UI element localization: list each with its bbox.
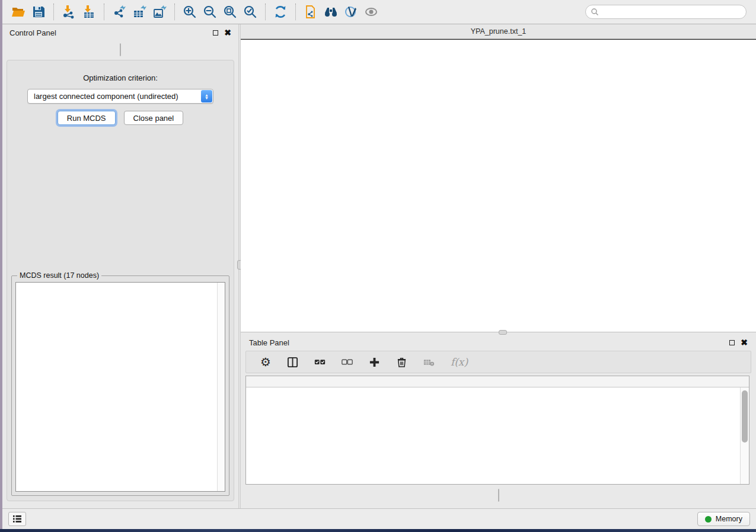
status-bar: Memory bbox=[2, 508, 756, 529]
toolbar-separator bbox=[104, 4, 104, 20]
unselect-all-columns-icon[interactable] bbox=[342, 357, 353, 368]
network-window-title: YPA_prune.txt_1 bbox=[241, 27, 756, 36]
search-input[interactable] bbox=[599, 6, 741, 18]
export-table-icon[interactable] bbox=[129, 3, 149, 21]
select-all-columns-icon[interactable] bbox=[314, 357, 326, 368]
float-panel-icon[interactable] bbox=[729, 340, 735, 345]
search-icon bbox=[591, 8, 599, 16]
criterion-dropdown[interactable]: largest connected component (undirected)… bbox=[27, 89, 213, 104]
table-toolbar: ⚙ f(x) bbox=[245, 351, 751, 373]
splitter-handle[interactable] bbox=[499, 330, 507, 335]
save-icon[interactable] bbox=[28, 3, 49, 21]
toolbar-separator bbox=[265, 4, 266, 20]
zoom-in-icon[interactable] bbox=[180, 3, 200, 21]
control-panel-title: Control Panel bbox=[9, 28, 56, 37]
zoom-out-icon[interactable] bbox=[200, 3, 220, 21]
main-toolbar bbox=[2, 0, 756, 24]
list-icon bbox=[12, 515, 22, 523]
horizontal-splitter[interactable] bbox=[241, 332, 756, 335]
import-table-icon[interactable] bbox=[79, 3, 99, 21]
memory-button[interactable]: Memory bbox=[697, 512, 750, 526]
control-panel: Control Panel ✖ Optimization criterion: … bbox=[2, 24, 238, 508]
open-file-icon[interactable] bbox=[8, 3, 28, 21]
list-scrollbar[interactable] bbox=[217, 283, 225, 491]
vizmapper-icon[interactable] bbox=[341, 3, 361, 21]
hide-panel-eye-icon[interactable] bbox=[361, 3, 381, 21]
criterion-value: largest connected component (undirected) bbox=[34, 92, 178, 101]
table-scrollbar[interactable] bbox=[740, 387, 749, 484]
memory-status-icon bbox=[705, 516, 712, 523]
show-columns-icon[interactable] bbox=[287, 357, 298, 368]
node-table bbox=[245, 376, 749, 485]
table-header-row bbox=[246, 376, 749, 387]
optimization-criterion-label: Optimization criterion: bbox=[7, 73, 234, 82]
toolbar-separator bbox=[174, 4, 175, 20]
create-column-icon[interactable] bbox=[369, 357, 380, 368]
table-options-gear-icon[interactable]: ⚙ bbox=[260, 356, 271, 368]
mcds-result-list[interactable] bbox=[15, 282, 225, 492]
share-document-icon[interactable] bbox=[301, 3, 321, 21]
import-network-icon[interactable] bbox=[59, 3, 79, 21]
mcds-result-title: MCDS result (17 nodes) bbox=[17, 271, 101, 280]
toolbar-separator bbox=[53, 4, 54, 20]
table-panel-title: Table Panel bbox=[249, 338, 289, 347]
zoom-fit-icon[interactable] bbox=[220, 3, 240, 21]
function-builder-icon: f(x) bbox=[451, 356, 468, 368]
delete-table-icon bbox=[423, 357, 435, 368]
close-panel-icon[interactable]: ✖ bbox=[224, 28, 231, 37]
cytoscape-window: Control Panel ✖ Optimization criterion: … bbox=[2, 0, 756, 529]
table-panel: Table Panel ✖ ⚙ f(x) bbox=[241, 335, 756, 508]
dropdown-stepper-icon: ▲▼ bbox=[201, 90, 212, 102]
delete-column-icon[interactable] bbox=[396, 357, 407, 368]
float-panel-icon[interactable] bbox=[213, 30, 218, 36]
network-window-titlebar[interactable]: YPA_prune.txt_1 bbox=[241, 24, 756, 39]
network-graph[interactable] bbox=[241, 40, 755, 332]
toolbar-separator bbox=[295, 4, 296, 20]
export-image-icon[interactable] bbox=[149, 3, 170, 21]
control-panel-tabs bbox=[120, 43, 121, 56]
mcds-tab-content: Optimization criterion: largest connecte… bbox=[7, 60, 234, 501]
show-panels-button[interactable] bbox=[8, 512, 26, 526]
close-panel-button[interactable]: Close panel bbox=[124, 111, 184, 125]
run-mcds-button[interactable]: Run MCDS bbox=[58, 111, 116, 125]
scrollbar-thumb[interactable] bbox=[742, 390, 748, 443]
desktop-wallpaper-bottom bbox=[0, 529, 756, 532]
network-view-canvas[interactable] bbox=[241, 39, 756, 332]
global-search-box[interactable] bbox=[585, 5, 747, 19]
refresh-icon[interactable] bbox=[270, 3, 291, 21]
export-network-icon[interactable] bbox=[109, 3, 129, 21]
close-panel-icon[interactable]: ✖ bbox=[741, 338, 748, 347]
table-tabs bbox=[498, 489, 499, 502]
search-network-icon[interactable] bbox=[321, 3, 341, 21]
memory-label: Memory bbox=[716, 515, 742, 523]
zoom-selected-icon[interactable] bbox=[240, 3, 260, 21]
mcds-result-group: MCDS result (17 nodes) bbox=[11, 275, 229, 496]
